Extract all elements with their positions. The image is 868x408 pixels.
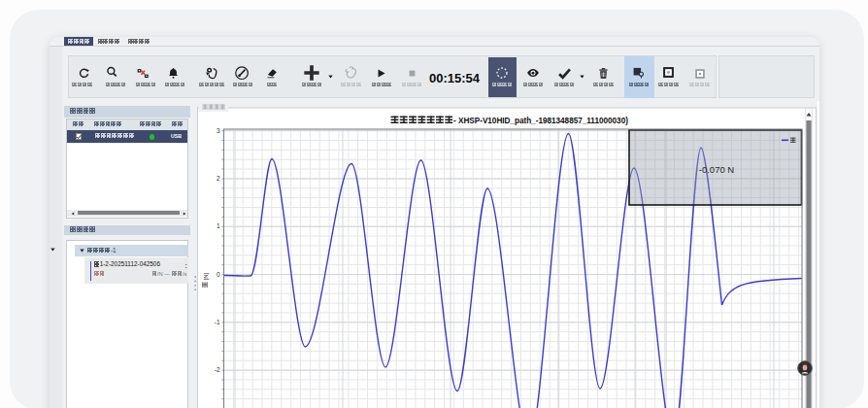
- svg-text:3: 3: [217, 127, 220, 134]
- svg-text:0: 0: [217, 271, 220, 278]
- svg-text:2: 2: [217, 175, 220, 182]
- svg-text:[N]: [N]: [203, 273, 209, 281]
- svg-text:-1: -1: [215, 319, 220, 325]
- svg-text:- XHSP-V10HID_path_-1981348857: - XHSP-V10HID_path_-1981348857_111000030…: [453, 117, 628, 125]
- svg-text:1: 1: [217, 222, 220, 229]
- svg-text:-2: -2: [215, 366, 220, 373]
- svg-text:-0.070 N: -0.070 N: [699, 164, 735, 175]
